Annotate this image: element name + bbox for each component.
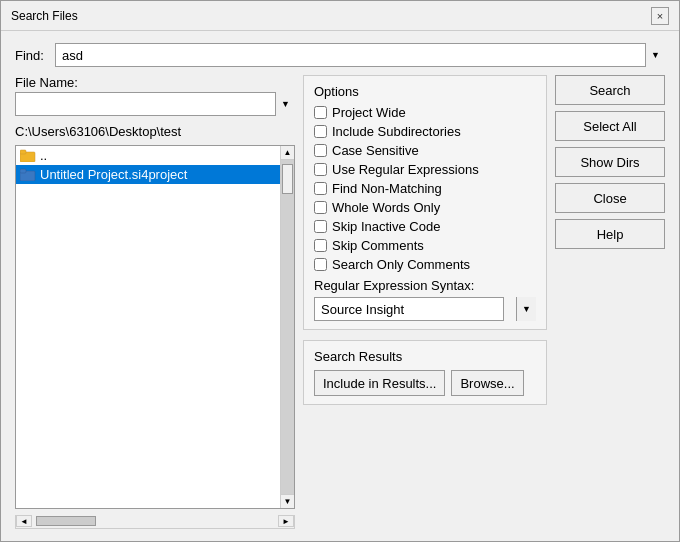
regex-select-wrapper: Source Insight POSIX Perl ▼ <box>314 297 536 321</box>
tree-item-name: .. <box>40 148 47 163</box>
hscroll-track <box>32 515 278 527</box>
close-button[interactable]: × <box>651 7 669 25</box>
regex-dropdown-arrow: ▼ <box>516 297 536 321</box>
search-results-title: Search Results <box>314 349 536 364</box>
help-button[interactable]: Help <box>555 219 665 249</box>
right-panel: Search Select All Show Dirs Close Help <box>555 75 665 529</box>
find-dropdown-arrow[interactable]: ▼ <box>645 43 665 67</box>
path-label: C:\Users\63106\Desktop\test <box>15 124 295 139</box>
horizontal-scrollbar: ◄ ► <box>15 515 295 529</box>
scroll-down-arrow[interactable]: ▼ <box>281 494 294 508</box>
include-in-results-button[interactable]: Include in Results... <box>314 370 445 396</box>
scroll-right-arrow[interactable]: ► <box>278 515 294 527</box>
checkbox-use-regex-label: Use Regular Expressions <box>332 162 479 177</box>
checkbox-case-sensitive-label: Case Sensitive <box>332 143 419 158</box>
checkbox-include-subdirs-input[interactable] <box>314 125 327 138</box>
left-panel: File Name: ▼ C:\Users\63106\Desktop\test <box>15 75 295 529</box>
checkbox-include-subdirs[interactable]: Include Subdirectories <box>314 124 536 139</box>
search-files-dialog: Search Files × Find: ▼ File Name: ▼ <box>0 0 680 542</box>
filename-input[interactable] <box>15 92 295 116</box>
checkbox-skip-inactive-input[interactable] <box>314 220 327 233</box>
regex-select[interactable]: Source Insight POSIX Perl <box>314 297 504 321</box>
checkbox-find-non-matching-label: Find Non-Matching <box>332 181 442 196</box>
checkbox-whole-words-input[interactable] <box>314 201 327 214</box>
regex-section: Regular Expression Syntax: Source Insigh… <box>314 278 536 321</box>
checkbox-find-non-matching[interactable]: Find Non-Matching <box>314 181 536 196</box>
folder-icon <box>20 149 36 163</box>
file-tree-container: .. Untitled Project.si4project <box>15 145 295 509</box>
checkbox-whole-words[interactable]: Whole Words Only <box>314 200 536 215</box>
tree-item-project-name: Untitled Project.si4project <box>40 167 187 182</box>
checkbox-find-non-matching-input[interactable] <box>314 182 327 195</box>
search-button[interactable]: Search <box>555 75 665 105</box>
main-content: File Name: ▼ C:\Users\63106\Desktop\test <box>15 75 665 529</box>
results-buttons: Include in Results... Browse... <box>314 370 536 396</box>
regex-label: Regular Expression Syntax: <box>314 278 536 293</box>
checkbox-use-regex-input[interactable] <box>314 163 327 176</box>
checkbox-case-sensitive[interactable]: Case Sensitive <box>314 143 536 158</box>
tree-item-parent[interactable]: .. <box>16 146 280 165</box>
dialog-body: Find: ▼ File Name: ▼ C:\Users <box>1 31 679 541</box>
hscroll-thumb[interactable] <box>36 516 96 526</box>
vscroll-thumb[interactable] <box>282 164 293 194</box>
checkbox-project-wide-label: Project Wide <box>332 105 406 120</box>
search-results-group: Search Results Include in Results... Bro… <box>303 340 547 405</box>
close-dialog-button[interactable]: Close <box>555 183 665 213</box>
select-all-button[interactable]: Select All <box>555 111 665 141</box>
checkbox-skip-inactive-label: Skip Inactive Code <box>332 219 440 234</box>
scroll-up-arrow[interactable]: ▲ <box>281 146 294 160</box>
checkbox-skip-inactive[interactable]: Skip Inactive Code <box>314 219 536 234</box>
options-group: Options Project Wide Include Subdirector… <box>303 75 547 330</box>
tree-item-project[interactable]: Untitled Project.si4project <box>16 165 280 184</box>
checkbox-skip-comments[interactable]: Skip Comments <box>314 238 536 253</box>
filename-dropdown-arrow[interactable]: ▼ <box>275 92 295 116</box>
checkbox-skip-comments-input[interactable] <box>314 239 327 252</box>
scroll-left-arrow[interactable]: ◄ <box>16 515 32 527</box>
filename-row: File Name: ▼ <box>15 75 295 116</box>
folder-blue-icon <box>20 168 36 182</box>
checkbox-project-wide-input[interactable] <box>314 106 327 119</box>
checkbox-whole-words-label: Whole Words Only <box>332 200 440 215</box>
show-dirs-button[interactable]: Show Dirs <box>555 147 665 177</box>
file-tree-list: .. Untitled Project.si4project <box>16 146 280 508</box>
middle-panel: Options Project Wide Include Subdirector… <box>303 75 547 529</box>
browse-button[interactable]: Browse... <box>451 370 523 396</box>
svg-rect-3 <box>20 169 26 173</box>
checkbox-search-only-comments-input[interactable] <box>314 258 327 271</box>
dialog-title: Search Files <box>11 9 78 23</box>
filename-input-wrapper: ▼ <box>15 92 295 116</box>
vertical-scrollbar: ▲ ▼ <box>280 146 294 508</box>
options-title: Options <box>314 84 536 99</box>
checkbox-skip-comments-label: Skip Comments <box>332 238 424 253</box>
find-row: Find: ▼ <box>15 43 665 67</box>
title-bar: Search Files × <box>1 1 679 31</box>
checkbox-search-only-comments-label: Search Only Comments <box>332 257 470 272</box>
checkbox-use-regex[interactable]: Use Regular Expressions <box>314 162 536 177</box>
find-input-wrapper: ▼ <box>55 43 665 67</box>
checkbox-case-sensitive-input[interactable] <box>314 144 327 157</box>
find-input[interactable] <box>55 43 665 67</box>
vscroll-track <box>281 160 294 494</box>
filename-label: File Name: <box>15 75 295 90</box>
find-label: Find: <box>15 48 47 63</box>
checkbox-search-only-comments[interactable]: Search Only Comments <box>314 257 536 272</box>
checkbox-include-subdirs-label: Include Subdirectories <box>332 124 461 139</box>
checkbox-project-wide[interactable]: Project Wide <box>314 105 536 120</box>
svg-rect-1 <box>20 150 26 154</box>
